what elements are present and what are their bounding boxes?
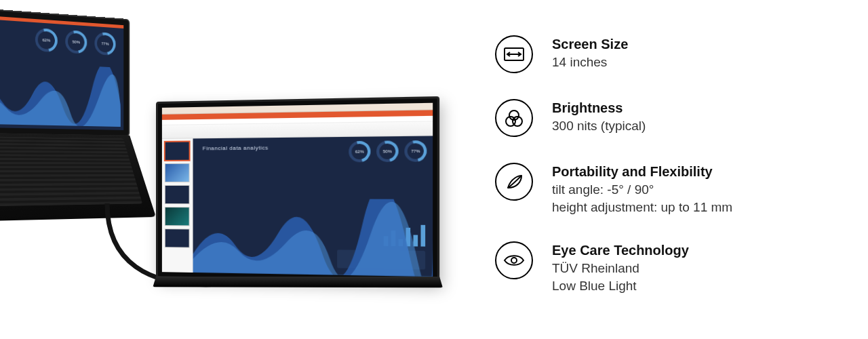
donut-value: 62%: [38, 31, 55, 49]
spec-value: TÜV Rheinland: [552, 260, 689, 277]
product-imagery: 62% 50% 77%: [0, 0, 434, 339]
spec-title: Brightness: [552, 100, 646, 116]
spec-list: Screen Size 14 inches Brightness 300 nit…: [434, 0, 868, 339]
slide-thumbnail[interactable]: [165, 185, 190, 204]
spec-value: height adjustment: up to 11 mm: [552, 199, 732, 216]
laptop-device: 62% 50% 77%: [0, 7, 142, 333]
screen-size-icon: [495, 35, 533, 73]
donut-value: 50%: [68, 33, 84, 51]
donut-value: 50%: [379, 144, 395, 159]
spec-screen-size: Screen Size 14 inches: [495, 35, 841, 73]
spec-title: Screen Size: [552, 37, 628, 52]
spec-brightness: Brightness 300 nits (typical): [495, 99, 841, 137]
presentation-app: Financial data analytics 62% 50% 77%: [162, 103, 433, 277]
spec-value: Low Blue Light: [552, 277, 689, 295]
portable-monitor: Financial data analytics 62% 50% 77%: [156, 102, 427, 319]
slide-thumbnail[interactable]: [165, 141, 190, 160]
slide-title: Financial data analytics: [203, 144, 269, 151]
spec-value: 300 nits (typical): [552, 117, 646, 135]
spec-value: tilt angle: -5° / 90°: [552, 181, 732, 199]
slide-thumbnail[interactable]: [165, 163, 190, 182]
brightness-icon: [495, 99, 533, 137]
slide-thumbnail[interactable]: [165, 228, 190, 248]
donut-value: 77%: [408, 143, 424, 159]
spec-title: Portability and Flexibility: [552, 164, 732, 180]
svg-point-5: [511, 258, 517, 263]
spec-portability: Portability and Flexibility tilt angle: …: [495, 163, 841, 216]
slide-thumbnail[interactable]: [165, 207, 190, 226]
eye-care-icon: [495, 241, 533, 279]
donut-value: 77%: [97, 35, 113, 53]
slide-thumbnails: [162, 138, 193, 273]
donut-value: 62%: [351, 144, 368, 159]
portability-icon: [495, 163, 533, 201]
spec-eye-care: Eye Care Technology TÜV Rheinland Low Bl…: [495, 241, 841, 294]
spec-value: 14 inches: [552, 54, 628, 71]
slide-canvas: Financial data analytics 62% 50% 77%: [193, 136, 433, 277]
spec-title: Eye Care Technology: [552, 243, 689, 258]
